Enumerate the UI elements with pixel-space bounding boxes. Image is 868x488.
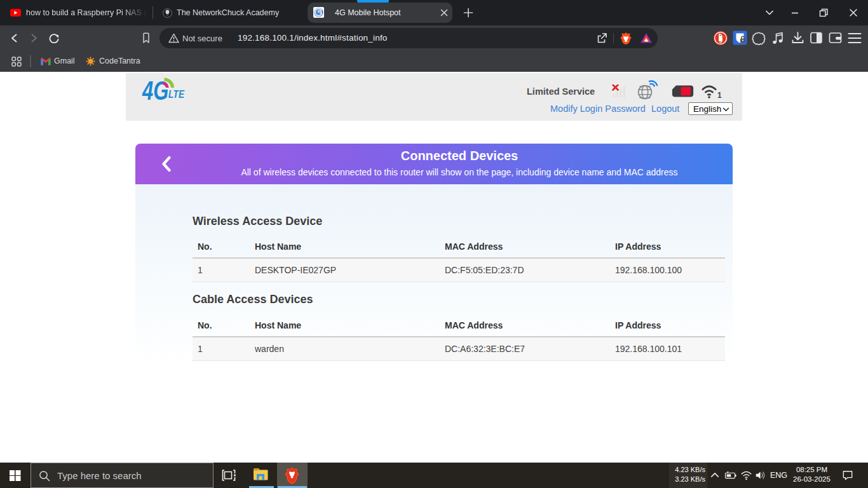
svg-text:1: 1 bbox=[717, 91, 722, 98]
svg-text:LTE: LTE bbox=[168, 88, 185, 100]
